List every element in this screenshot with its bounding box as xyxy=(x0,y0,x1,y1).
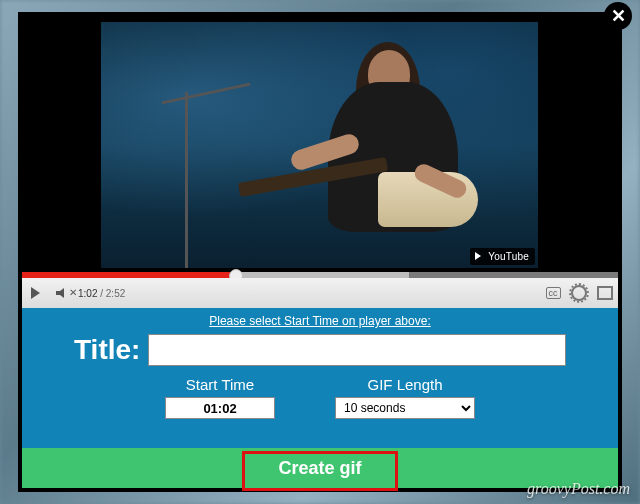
gif-settings-panel: Please select Start Time on player above… xyxy=(22,308,618,448)
gif-length-select[interactable]: 10 seconds xyxy=(335,397,475,419)
captions-button[interactable]: cc xyxy=(540,278,566,308)
video-player: YouTube ✕ 1:02 / 2:52 cc xyxy=(22,16,618,296)
time-display: 1:02 / 2:52 xyxy=(78,288,125,299)
start-time-input[interactable] xyxy=(165,397,275,419)
settings-button[interactable] xyxy=(566,278,592,308)
instruction-text: Please select Start Time on player above… xyxy=(34,314,606,328)
start-time-column: Start Time xyxy=(165,376,275,419)
video-frame[interactable]: YouTube xyxy=(101,22,538,268)
captions-icon: cc xyxy=(546,287,561,299)
gif-creator-modal: ✕ YouTube ✕ xyxy=(18,12,622,492)
total-time: 2:52 xyxy=(106,288,125,299)
close-button[interactable]: ✕ xyxy=(604,2,632,30)
gear-icon xyxy=(571,285,587,301)
video-controls: ✕ 1:02 / 2:52 cc xyxy=(22,278,618,308)
title-label: Title: xyxy=(74,334,140,366)
muted-x-icon: ✕ xyxy=(69,287,77,298)
mute-icon xyxy=(56,288,66,298)
mute-button[interactable]: ✕ xyxy=(48,278,74,308)
fullscreen-icon xyxy=(597,286,613,300)
create-gif-button[interactable]: Create gif xyxy=(256,452,383,485)
title-row: Title: xyxy=(74,334,566,366)
play-icon xyxy=(31,287,40,299)
scene-mic-stand xyxy=(185,92,188,268)
close-icon: ✕ xyxy=(611,5,626,27)
youtube-badge[interactable]: YouTube xyxy=(470,248,535,265)
title-input[interactable] xyxy=(148,334,566,366)
settings-columns: Start Time GIF Length 10 seconds xyxy=(34,376,606,419)
gif-length-label: GIF Length xyxy=(367,376,442,393)
gif-length-column: GIF Length 10 seconds xyxy=(335,376,475,419)
watermark: groovyPost.com xyxy=(527,480,630,498)
start-time-label: Start Time xyxy=(186,376,254,393)
current-time: 1:02 xyxy=(78,288,97,299)
fullscreen-button[interactable] xyxy=(592,278,618,308)
play-button[interactable] xyxy=(22,278,48,308)
